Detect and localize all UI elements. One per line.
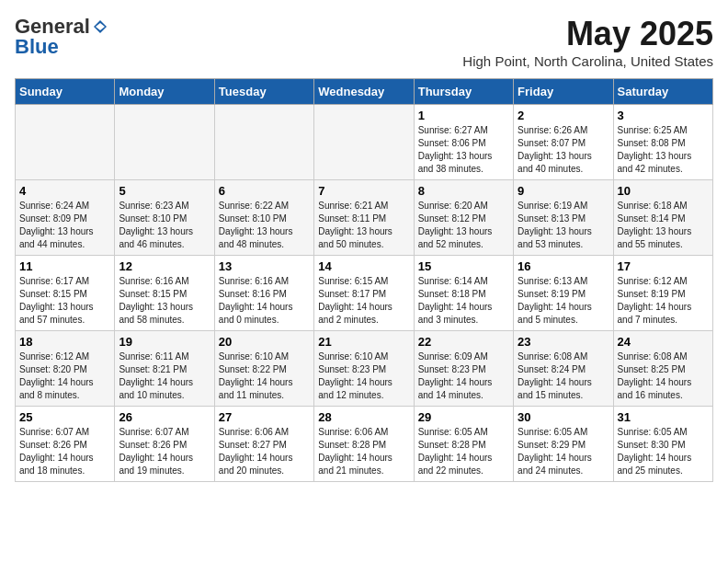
calendar-cell: 24Sunrise: 6:08 AM Sunset: 8:25 PM Dayli… bbox=[613, 331, 712, 407]
calendar-cell: 20Sunrise: 6:10 AM Sunset: 8:22 PM Dayli… bbox=[214, 331, 313, 407]
title-block: May 2025 High Point, North Carolina, Uni… bbox=[462, 15, 713, 69]
day-number: 23 bbox=[518, 335, 609, 349]
calendar-cell: 2Sunrise: 6:26 AM Sunset: 8:07 PM Daylig… bbox=[514, 105, 613, 180]
day-number: 9 bbox=[518, 184, 609, 198]
cell-info: Sunrise: 6:05 AM Sunset: 8:28 PM Dayligh… bbox=[418, 426, 509, 477]
logo: General Blue bbox=[15, 15, 108, 59]
day-number: 21 bbox=[318, 335, 409, 349]
weekday-header-monday: Monday bbox=[115, 79, 214, 105]
calendar-cell: 27Sunrise: 6:06 AM Sunset: 8:27 PM Dayli… bbox=[214, 407, 313, 482]
cell-info: Sunrise: 6:22 AM Sunset: 8:10 PM Dayligh… bbox=[219, 200, 310, 251]
calendar-cell bbox=[16, 105, 115, 180]
day-number: 17 bbox=[618, 259, 709, 273]
day-number: 30 bbox=[518, 410, 609, 424]
day-number: 1 bbox=[418, 109, 509, 122]
day-number: 7 bbox=[318, 184, 409, 198]
day-number: 6 bbox=[219, 184, 310, 198]
cell-info: Sunrise: 6:07 AM Sunset: 8:26 PM Dayligh… bbox=[19, 426, 110, 477]
cell-info: Sunrise: 6:17 AM Sunset: 8:15 PM Dayligh… bbox=[19, 275, 110, 327]
calendar-cell: 30Sunrise: 6:05 AM Sunset: 8:29 PM Dayli… bbox=[514, 407, 613, 482]
cell-info: Sunrise: 6:08 AM Sunset: 8:24 PM Dayligh… bbox=[518, 350, 609, 402]
cell-info: Sunrise: 6:24 AM Sunset: 8:09 PM Dayligh… bbox=[19, 200, 110, 251]
day-number: 10 bbox=[618, 184, 709, 198]
day-number: 26 bbox=[119, 410, 210, 424]
calendar-cell: 26Sunrise: 6:07 AM Sunset: 8:26 PM Dayli… bbox=[115, 407, 214, 482]
calendar-cell: 18Sunrise: 6:12 AM Sunset: 8:20 PM Dayli… bbox=[16, 331, 115, 407]
calendar-cell bbox=[314, 105, 414, 180]
day-number: 2 bbox=[518, 109, 609, 122]
cell-info: Sunrise: 6:05 AM Sunset: 8:30 PM Dayligh… bbox=[618, 426, 709, 477]
calendar-cell: 25Sunrise: 6:07 AM Sunset: 8:26 PM Dayli… bbox=[16, 407, 115, 482]
cell-info: Sunrise: 6:09 AM Sunset: 8:23 PM Dayligh… bbox=[418, 350, 509, 402]
calendar-week-5: 25Sunrise: 6:07 AM Sunset: 8:26 PM Dayli… bbox=[16, 407, 713, 482]
calendar-cell: 23Sunrise: 6:08 AM Sunset: 8:24 PM Dayli… bbox=[514, 331, 613, 407]
calendar-cell: 7Sunrise: 6:21 AM Sunset: 8:11 PM Daylig… bbox=[314, 180, 414, 256]
calendar-table: SundayMondayTuesdayWednesdayThursdayFrid… bbox=[15, 78, 713, 482]
calendar-week-3: 11Sunrise: 6:17 AM Sunset: 8:15 PM Dayli… bbox=[16, 256, 713, 331]
weekday-header-row: SundayMondayTuesdayWednesdayThursdayFrid… bbox=[16, 79, 713, 105]
cell-info: Sunrise: 6:27 AM Sunset: 8:06 PM Dayligh… bbox=[418, 124, 509, 176]
calendar-cell: 13Sunrise: 6:16 AM Sunset: 8:16 PM Dayli… bbox=[214, 256, 313, 331]
day-number: 28 bbox=[318, 410, 409, 424]
cell-info: Sunrise: 6:12 AM Sunset: 8:20 PM Dayligh… bbox=[19, 350, 110, 402]
cell-info: Sunrise: 6:23 AM Sunset: 8:10 PM Dayligh… bbox=[119, 200, 210, 251]
calendar-cell: 29Sunrise: 6:05 AM Sunset: 8:28 PM Dayli… bbox=[414, 407, 513, 482]
calendar-cell bbox=[214, 105, 313, 180]
calendar-cell: 14Sunrise: 6:15 AM Sunset: 8:17 PM Dayli… bbox=[314, 256, 414, 331]
location: High Point, North Carolina, United State… bbox=[462, 53, 713, 69]
weekday-header-saturday: Saturday bbox=[613, 79, 712, 105]
day-number: 4 bbox=[19, 184, 110, 198]
calendar-cell: 8Sunrise: 6:20 AM Sunset: 8:12 PM Daylig… bbox=[414, 180, 513, 256]
calendar-cell: 15Sunrise: 6:14 AM Sunset: 8:18 PM Dayli… bbox=[414, 256, 513, 331]
cell-info: Sunrise: 6:06 AM Sunset: 8:27 PM Dayligh… bbox=[219, 426, 310, 477]
day-number: 8 bbox=[418, 184, 509, 198]
day-number: 11 bbox=[19, 259, 110, 273]
calendar-cell: 11Sunrise: 6:17 AM Sunset: 8:15 PM Dayli… bbox=[16, 256, 115, 331]
cell-info: Sunrise: 6:25 AM Sunset: 8:08 PM Dayligh… bbox=[618, 124, 709, 176]
weekday-header-tuesday: Tuesday bbox=[214, 79, 313, 105]
day-number: 14 bbox=[318, 259, 409, 273]
logo-icon bbox=[92, 18, 108, 35]
calendar-cell: 19Sunrise: 6:11 AM Sunset: 8:21 PM Dayli… bbox=[115, 331, 214, 407]
cell-info: Sunrise: 6:21 AM Sunset: 8:11 PM Dayligh… bbox=[318, 200, 409, 251]
calendar-cell: 4Sunrise: 6:24 AM Sunset: 8:09 PM Daylig… bbox=[16, 180, 115, 256]
cell-info: Sunrise: 6:12 AM Sunset: 8:19 PM Dayligh… bbox=[618, 275, 709, 327]
day-number: 20 bbox=[219, 335, 310, 349]
calendar-cell: 22Sunrise: 6:09 AM Sunset: 8:23 PM Dayli… bbox=[414, 331, 513, 407]
calendar-cell: 6Sunrise: 6:22 AM Sunset: 8:10 PM Daylig… bbox=[214, 180, 313, 256]
weekday-header-wednesday: Wednesday bbox=[314, 79, 414, 105]
day-number: 22 bbox=[418, 335, 509, 349]
cell-info: Sunrise: 6:07 AM Sunset: 8:26 PM Dayligh… bbox=[119, 426, 210, 477]
cell-info: Sunrise: 6:15 AM Sunset: 8:17 PM Dayligh… bbox=[318, 275, 409, 327]
weekday-header-sunday: Sunday bbox=[16, 79, 115, 105]
day-number: 12 bbox=[119, 259, 210, 273]
cell-info: Sunrise: 6:26 AM Sunset: 8:07 PM Dayligh… bbox=[518, 124, 609, 176]
calendar-cell: 10Sunrise: 6:18 AM Sunset: 8:14 PM Dayli… bbox=[613, 180, 712, 256]
calendar-week-1: 1Sunrise: 6:27 AM Sunset: 8:06 PM Daylig… bbox=[16, 105, 713, 180]
cell-info: Sunrise: 6:06 AM Sunset: 8:28 PM Dayligh… bbox=[318, 426, 409, 477]
day-number: 18 bbox=[19, 335, 110, 349]
calendar-cell: 17Sunrise: 6:12 AM Sunset: 8:19 PM Dayli… bbox=[613, 256, 712, 331]
day-number: 16 bbox=[518, 259, 609, 273]
cell-info: Sunrise: 6:19 AM Sunset: 8:13 PM Dayligh… bbox=[518, 200, 609, 251]
day-number: 5 bbox=[119, 184, 210, 198]
cell-info: Sunrise: 6:10 AM Sunset: 8:22 PM Dayligh… bbox=[219, 350, 310, 402]
cell-info: Sunrise: 6:13 AM Sunset: 8:19 PM Dayligh… bbox=[518, 275, 609, 327]
day-number: 31 bbox=[618, 410, 709, 424]
calendar-cell bbox=[115, 105, 214, 180]
day-number: 19 bbox=[119, 335, 210, 349]
cell-info: Sunrise: 6:11 AM Sunset: 8:21 PM Dayligh… bbox=[119, 350, 210, 402]
cell-info: Sunrise: 6:16 AM Sunset: 8:15 PM Dayligh… bbox=[119, 275, 210, 327]
day-number: 24 bbox=[618, 335, 709, 349]
calendar-cell: 5Sunrise: 6:23 AM Sunset: 8:10 PM Daylig… bbox=[115, 180, 214, 256]
day-number: 3 bbox=[618, 109, 709, 122]
day-number: 15 bbox=[418, 259, 509, 273]
cell-info: Sunrise: 6:10 AM Sunset: 8:23 PM Dayligh… bbox=[318, 350, 409, 402]
calendar-cell: 21Sunrise: 6:10 AM Sunset: 8:23 PM Dayli… bbox=[314, 331, 414, 407]
day-number: 27 bbox=[219, 410, 310, 424]
day-number: 13 bbox=[219, 259, 310, 273]
calendar-cell: 31Sunrise: 6:05 AM Sunset: 8:30 PM Dayli… bbox=[613, 407, 712, 482]
cell-info: Sunrise: 6:08 AM Sunset: 8:25 PM Dayligh… bbox=[618, 350, 709, 402]
calendar-cell: 9Sunrise: 6:19 AM Sunset: 8:13 PM Daylig… bbox=[514, 180, 613, 256]
day-number: 29 bbox=[418, 410, 509, 424]
